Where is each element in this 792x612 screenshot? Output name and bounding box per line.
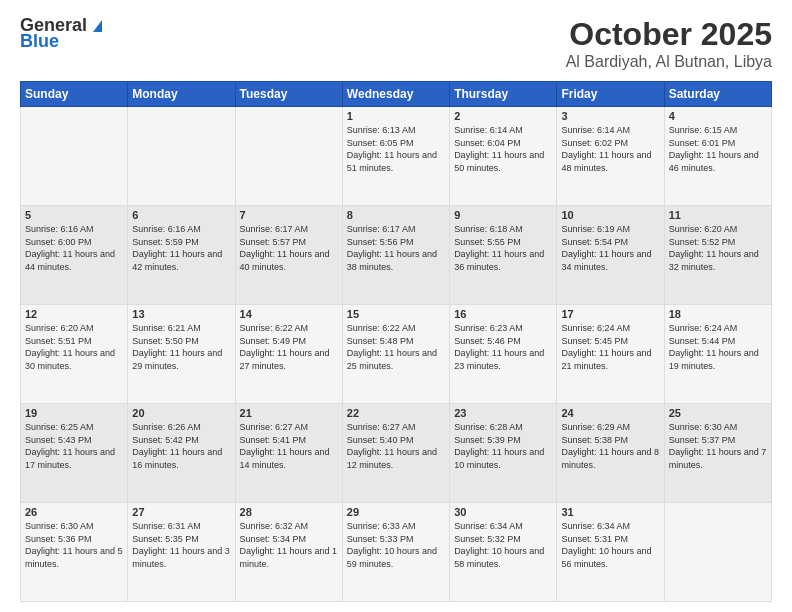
calendar-cell: 17Sunrise: 6:24 AM Sunset: 5:45 PM Dayli… [557,305,664,404]
day-number: 29 [347,506,445,518]
day-number: 8 [347,209,445,221]
weekday-header-tuesday: Tuesday [235,82,342,107]
day-number: 15 [347,308,445,320]
day-number: 23 [454,407,552,419]
cell-info: Sunrise: 6:22 AM Sunset: 5:49 PM Dayligh… [240,322,338,372]
calendar-cell: 7Sunrise: 6:17 AM Sunset: 5:57 PM Daylig… [235,206,342,305]
cell-info: Sunrise: 6:31 AM Sunset: 5:35 PM Dayligh… [132,520,230,570]
calendar-cell: 6Sunrise: 6:16 AM Sunset: 5:59 PM Daylig… [128,206,235,305]
cell-info: Sunrise: 6:20 AM Sunset: 5:51 PM Dayligh… [25,322,123,372]
cell-info: Sunrise: 6:34 AM Sunset: 5:32 PM Dayligh… [454,520,552,570]
page: General Blue October 2025 Al Bardiyah, A… [0,0,792,612]
calendar-cell: 15Sunrise: 6:22 AM Sunset: 5:48 PM Dayli… [342,305,449,404]
weekday-header-thursday: Thursday [450,82,557,107]
calendar-cell: 27Sunrise: 6:31 AM Sunset: 5:35 PM Dayli… [128,503,235,602]
cell-info: Sunrise: 6:24 AM Sunset: 5:45 PM Dayligh… [561,322,659,372]
cell-info: Sunrise: 6:15 AM Sunset: 6:01 PM Dayligh… [669,124,767,174]
cell-info: Sunrise: 6:27 AM Sunset: 5:41 PM Dayligh… [240,421,338,471]
day-number: 26 [25,506,123,518]
weekday-header-friday: Friday [557,82,664,107]
calendar-cell [21,107,128,206]
weekday-header-saturday: Saturday [664,82,771,107]
day-number: 7 [240,209,338,221]
day-number: 20 [132,407,230,419]
calendar-week-row: 12Sunrise: 6:20 AM Sunset: 5:51 PM Dayli… [21,305,772,404]
weekday-header-row: SundayMondayTuesdayWednesdayThursdayFrid… [21,82,772,107]
title-block: October 2025 Al Bardiyah, Al Butnan, Lib… [566,16,772,71]
cell-info: Sunrise: 6:25 AM Sunset: 5:43 PM Dayligh… [25,421,123,471]
day-number: 11 [669,209,767,221]
day-number: 24 [561,407,659,419]
cell-info: Sunrise: 6:30 AM Sunset: 5:37 PM Dayligh… [669,421,767,471]
calendar-week-row: 5Sunrise: 6:16 AM Sunset: 6:00 PM Daylig… [21,206,772,305]
calendar-cell: 8Sunrise: 6:17 AM Sunset: 5:56 PM Daylig… [342,206,449,305]
day-number: 22 [347,407,445,419]
logo-blue: Blue [20,32,106,50]
day-number: 21 [240,407,338,419]
calendar-cell: 22Sunrise: 6:27 AM Sunset: 5:40 PM Dayli… [342,404,449,503]
calendar-subtitle: Al Bardiyah, Al Butnan, Libya [566,53,772,71]
calendar-week-row: 26Sunrise: 6:30 AM Sunset: 5:36 PM Dayli… [21,503,772,602]
cell-info: Sunrise: 6:20 AM Sunset: 5:52 PM Dayligh… [669,223,767,273]
calendar-week-row: 1Sunrise: 6:13 AM Sunset: 6:05 PM Daylig… [21,107,772,206]
calendar-cell: 10Sunrise: 6:19 AM Sunset: 5:54 PM Dayli… [557,206,664,305]
cell-info: Sunrise: 6:34 AM Sunset: 5:31 PM Dayligh… [561,520,659,570]
calendar-week-row: 19Sunrise: 6:25 AM Sunset: 5:43 PM Dayli… [21,404,772,503]
calendar-cell: 1Sunrise: 6:13 AM Sunset: 6:05 PM Daylig… [342,107,449,206]
calendar-cell: 21Sunrise: 6:27 AM Sunset: 5:41 PM Dayli… [235,404,342,503]
day-number: 19 [25,407,123,419]
day-number: 27 [132,506,230,518]
calendar-cell [664,503,771,602]
cell-info: Sunrise: 6:18 AM Sunset: 5:55 PM Dayligh… [454,223,552,273]
day-number: 18 [669,308,767,320]
cell-info: Sunrise: 6:27 AM Sunset: 5:40 PM Dayligh… [347,421,445,471]
calendar-cell [128,107,235,206]
calendar-cell: 29Sunrise: 6:33 AM Sunset: 5:33 PM Dayli… [342,503,449,602]
calendar-cell: 12Sunrise: 6:20 AM Sunset: 5:51 PM Dayli… [21,305,128,404]
cell-info: Sunrise: 6:30 AM Sunset: 5:36 PM Dayligh… [25,520,123,570]
day-number: 5 [25,209,123,221]
cell-info: Sunrise: 6:13 AM Sunset: 6:05 PM Dayligh… [347,124,445,174]
calendar-cell: 19Sunrise: 6:25 AM Sunset: 5:43 PM Dayli… [21,404,128,503]
logo: General Blue [20,16,106,50]
calendar-cell: 9Sunrise: 6:18 AM Sunset: 5:55 PM Daylig… [450,206,557,305]
cell-info: Sunrise: 6:17 AM Sunset: 5:57 PM Dayligh… [240,223,338,273]
calendar-cell: 18Sunrise: 6:24 AM Sunset: 5:44 PM Dayli… [664,305,771,404]
calendar-cell [235,107,342,206]
calendar-cell: 30Sunrise: 6:34 AM Sunset: 5:32 PM Dayli… [450,503,557,602]
day-number: 28 [240,506,338,518]
calendar-title: October 2025 [566,16,772,53]
cell-info: Sunrise: 6:16 AM Sunset: 6:00 PM Dayligh… [25,223,123,273]
day-number: 2 [454,110,552,122]
weekday-header-sunday: Sunday [21,82,128,107]
svg-marker-0 [93,20,102,32]
cell-info: Sunrise: 6:19 AM Sunset: 5:54 PM Dayligh… [561,223,659,273]
calendar-cell: 23Sunrise: 6:28 AM Sunset: 5:39 PM Dayli… [450,404,557,503]
cell-info: Sunrise: 6:29 AM Sunset: 5:38 PM Dayligh… [561,421,659,471]
cell-info: Sunrise: 6:17 AM Sunset: 5:56 PM Dayligh… [347,223,445,273]
day-number: 17 [561,308,659,320]
calendar-cell: 5Sunrise: 6:16 AM Sunset: 6:00 PM Daylig… [21,206,128,305]
calendar-cell: 24Sunrise: 6:29 AM Sunset: 5:38 PM Dayli… [557,404,664,503]
weekday-header-monday: Monday [128,82,235,107]
day-number: 3 [561,110,659,122]
cell-info: Sunrise: 6:26 AM Sunset: 5:42 PM Dayligh… [132,421,230,471]
calendar-cell: 20Sunrise: 6:26 AM Sunset: 5:42 PM Dayli… [128,404,235,503]
calendar-cell: 4Sunrise: 6:15 AM Sunset: 6:01 PM Daylig… [664,107,771,206]
cell-info: Sunrise: 6:23 AM Sunset: 5:46 PM Dayligh… [454,322,552,372]
calendar-cell: 3Sunrise: 6:14 AM Sunset: 6:02 PM Daylig… [557,107,664,206]
cell-info: Sunrise: 6:28 AM Sunset: 5:39 PM Dayligh… [454,421,552,471]
cell-info: Sunrise: 6:14 AM Sunset: 6:04 PM Dayligh… [454,124,552,174]
day-number: 12 [25,308,123,320]
day-number: 16 [454,308,552,320]
day-number: 30 [454,506,552,518]
day-number: 25 [669,407,767,419]
day-number: 10 [561,209,659,221]
calendar-cell: 28Sunrise: 6:32 AM Sunset: 5:34 PM Dayli… [235,503,342,602]
cell-info: Sunrise: 6:16 AM Sunset: 5:59 PM Dayligh… [132,223,230,273]
day-number: 4 [669,110,767,122]
calendar-cell: 26Sunrise: 6:30 AM Sunset: 5:36 PM Dayli… [21,503,128,602]
cell-info: Sunrise: 6:32 AM Sunset: 5:34 PM Dayligh… [240,520,338,570]
calendar-cell: 16Sunrise: 6:23 AM Sunset: 5:46 PM Dayli… [450,305,557,404]
calendar-table: SundayMondayTuesdayWednesdayThursdayFrid… [20,81,772,602]
